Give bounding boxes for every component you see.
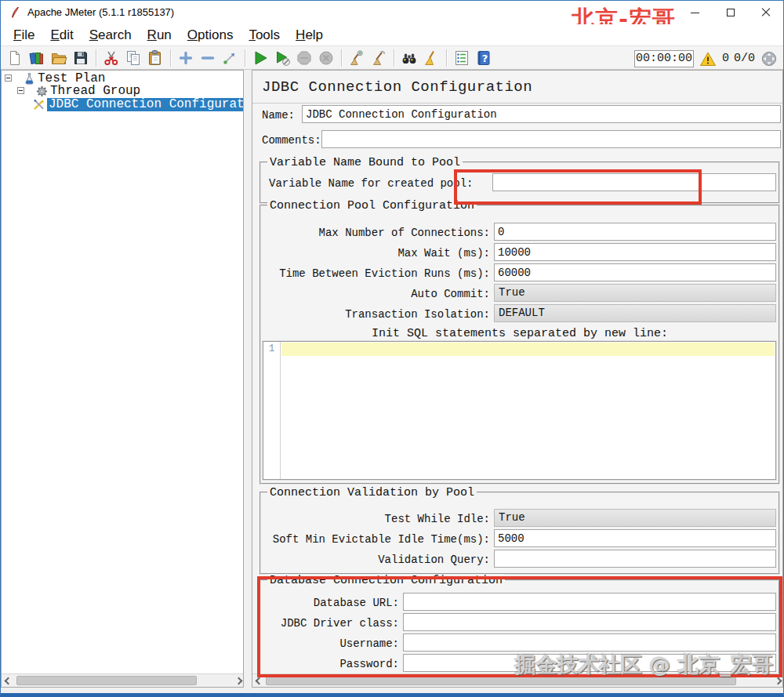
start-no-timers-icon[interactable] <box>271 47 293 68</box>
variable-pool-input[interactable] <box>492 173 776 191</box>
tree-row-thread-group[interactable]: Thread Group <box>2 85 243 98</box>
name-label: Name: <box>262 109 295 122</box>
scrollbar-thumb[interactable] <box>266 676 736 685</box>
max-wait-label: Max Wait (ms): <box>264 247 490 260</box>
window-title: Apache JMeter (5.1.1 r1855137) <box>27 1 174 24</box>
maximize-button[interactable] <box>713 1 748 24</box>
jdbc-config-editor: JDBC Connection Configuration Name: Comm… <box>252 70 783 688</box>
menu-help[interactable]: Help <box>288 27 331 43</box>
arrows-icon[interactable] <box>219 47 241 68</box>
collapse-toggle-icon[interactable] <box>17 87 24 94</box>
username-input[interactable] <box>403 633 776 652</box>
toolbar-separator <box>170 49 171 67</box>
transaction-isolation-select[interactable]: DEFAULT <box>494 304 776 322</box>
database-url-input[interactable] <box>403 593 776 611</box>
help-icon[interactable]: ? <box>473 47 495 68</box>
scroll-left-icon[interactable] <box>4 677 10 684</box>
minimize-button[interactable] <box>677 1 713 24</box>
menu-edit[interactable]: Edit <box>42 27 81 43</box>
max-connections-input[interactable] <box>494 223 776 241</box>
comments-input[interactable] <box>321 130 781 148</box>
tree-label-jdbc-config[interactable]: JDBC Connection Configuration <box>47 98 243 111</box>
username-label: Username: <box>264 637 399 650</box>
jmeter-logo-icon <box>9 5 23 20</box>
clean-all-icon[interactable] <box>368 47 390 68</box>
password-label: Password: <box>264 658 399 670</box>
test-while-idle-label: Test While Idle: <box>264 513 490 525</box>
soft-min-evictable-input[interactable] <box>494 529 776 547</box>
toolbar-separator <box>446 49 447 67</box>
group-title: Variable Name Bound to Pool <box>267 156 463 169</box>
close-icon <box>761 8 771 17</box>
cut-icon[interactable] <box>100 47 122 68</box>
eviction-runs-label: Time Between Eviction Runs (ms): <box>264 267 490 280</box>
auto-commit-select[interactable]: True <box>494 284 776 302</box>
jdbc-driver-input[interactable] <box>403 613 776 631</box>
thread-group-icon <box>35 85 49 98</box>
log-error-count: 0 <box>722 52 729 65</box>
open-folder-icon[interactable] <box>48 47 70 68</box>
toolbar: ? 00:00:00 0 0/0 <box>1 45 783 70</box>
group-title: Connection Validation by Pool <box>267 486 477 499</box>
test-while-idle-select[interactable]: True <box>494 509 776 527</box>
jdbc-config-icon <box>32 98 45 111</box>
scroll-right-icon[interactable] <box>774 677 780 684</box>
add-icon[interactable] <box>175 47 197 68</box>
minimize-icon <box>691 13 699 13</box>
stop-icon <box>293 47 315 68</box>
remove-icon[interactable] <box>197 47 219 68</box>
group-pool-config: Connection Pool Configuration Max Number… <box>260 205 780 485</box>
copy-icon[interactable] <box>122 47 144 68</box>
eviction-runs-input[interactable] <box>494 263 776 281</box>
menu-run[interactable]: Run <box>140 27 180 43</box>
templates-icon[interactable] <box>26 47 48 68</box>
group-title: Database Connection Configuration <box>267 574 505 587</box>
main-horizontal-scrollbar[interactable] <box>252 673 782 687</box>
clear-search-icon[interactable] <box>420 47 442 68</box>
max-wait-input[interactable] <box>494 243 776 261</box>
save-icon[interactable] <box>70 47 92 68</box>
warning-icon[interactable] <box>699 48 717 69</box>
toolbar-separator <box>341 49 342 67</box>
scroll-right-icon[interactable] <box>234 677 241 684</box>
toolbar-separator <box>96 49 96 67</box>
collapse-toggle-icon[interactable] <box>5 74 12 82</box>
scroll-left-icon[interactable] <box>255 677 261 684</box>
clean-icon[interactable] <box>346 47 368 68</box>
thread-counts: 0/0 <box>734 52 755 65</box>
toolbar-status-cluster: 00:00:00 0 0/0 <box>634 46 779 71</box>
menu-search[interactable]: Search <box>82 27 140 43</box>
tree-horizontal-scrollbar[interactable] <box>2 673 243 687</box>
init-sql-label: Init SQL statements separated by new lin… <box>261 327 779 340</box>
group-validation: Connection Validation by Pool Test While… <box>260 492 780 575</box>
menu-file[interactable]: File <box>5 27 42 43</box>
group-database-config: Database Connection Configuration Databa… <box>260 579 780 675</box>
tree-label-thread-group[interactable]: Thread Group <box>50 85 140 98</box>
name-input[interactable] <box>302 105 781 123</box>
new-file-icon[interactable] <box>4 47 26 68</box>
search-icon[interactable] <box>398 47 420 68</box>
editor-gutter: 1 <box>263 342 281 479</box>
password-input[interactable] <box>403 654 776 672</box>
tree-row-jdbc-config[interactable]: JDBC Connection Configuration <box>2 98 243 112</box>
divider <box>252 103 782 103</box>
paste-icon[interactable] <box>144 47 166 68</box>
group-variable-name: Variable Name Bound to Pool Variable Nam… <box>260 162 780 204</box>
validation-query-input[interactable] <box>494 550 776 568</box>
close-button[interactable] <box>748 1 783 24</box>
init-sql-editor[interactable]: 1 <box>263 341 776 480</box>
toolbar-separator <box>245 49 245 67</box>
auto-commit-label: Auto Commit: <box>264 288 490 300</box>
menu-options[interactable]: Options <box>180 27 241 43</box>
editor-line-number: 1 <box>263 343 280 354</box>
shutdown-icon <box>315 47 337 68</box>
test-timer: 00:00:00 <box>634 50 694 67</box>
scrollbar-thumb[interactable] <box>16 676 197 685</box>
function-helper-icon[interactable] <box>451 47 473 68</box>
group-title: Connection Pool Configuration <box>267 199 477 212</box>
start-icon[interactable] <box>249 47 271 68</box>
test-plan-icon <box>23 72 36 85</box>
validation-query-label: Validation Query: <box>264 554 490 566</box>
editor-active-line[interactable] <box>281 343 775 356</box>
menu-tools[interactable]: Tools <box>241 27 288 43</box>
